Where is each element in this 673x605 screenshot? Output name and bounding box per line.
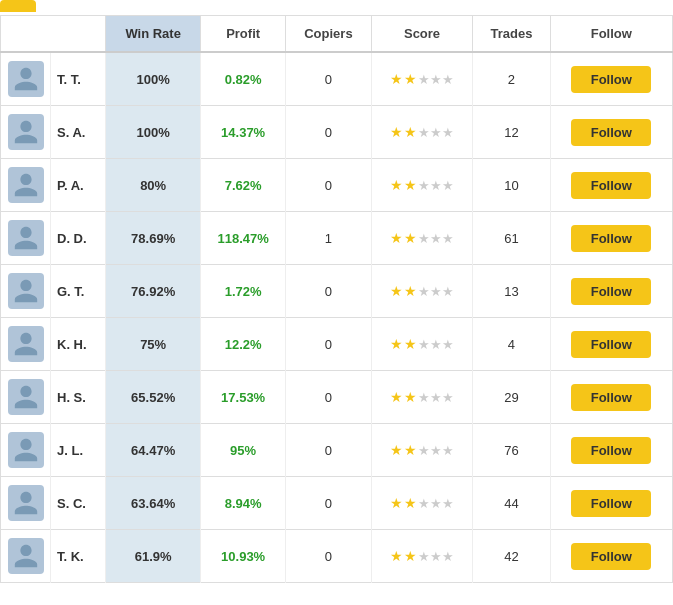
avatar-cell bbox=[1, 159, 51, 212]
star-filled: ★ bbox=[390, 336, 404, 352]
star-filled: ★ bbox=[390, 495, 404, 511]
star-empty: ★ bbox=[430, 337, 442, 352]
trades: 76 bbox=[473, 424, 550, 477]
star-filled: ★ bbox=[404, 283, 418, 299]
star-filled: ★ bbox=[404, 124, 418, 140]
star-empty: ★ bbox=[442, 496, 454, 511]
star-empty: ★ bbox=[442, 549, 454, 564]
avatar bbox=[8, 379, 44, 415]
table-row: P. A.80%7.62%0★★★★★10Follow bbox=[1, 159, 673, 212]
win-rate: 75% bbox=[106, 318, 201, 371]
star-empty: ★ bbox=[442, 125, 454, 140]
header-copiers: Copiers bbox=[285, 16, 371, 53]
star-filled: ★ bbox=[404, 495, 418, 511]
follow-button[interactable]: Follow bbox=[571, 384, 651, 411]
follow-button[interactable]: Follow bbox=[571, 543, 651, 570]
star-empty: ★ bbox=[442, 337, 454, 352]
profit-value: 0.82% bbox=[225, 72, 262, 87]
trader-name: T. T. bbox=[51, 52, 106, 106]
trades: 10 bbox=[473, 159, 550, 212]
star-empty: ★ bbox=[418, 337, 430, 352]
follow-button[interactable]: Follow bbox=[571, 172, 651, 199]
score: ★★★★★ bbox=[371, 106, 472, 159]
header-follow: Follow bbox=[550, 16, 672, 53]
star-empty: ★ bbox=[430, 231, 442, 246]
follow-cell: Follow bbox=[550, 477, 672, 530]
star-filled: ★ bbox=[404, 230, 418, 246]
avatar bbox=[8, 485, 44, 521]
star-filled: ★ bbox=[404, 548, 418, 564]
star-filled: ★ bbox=[390, 442, 404, 458]
profit-value: 7.62% bbox=[225, 178, 262, 193]
trades: 61 bbox=[473, 212, 550, 265]
avatar bbox=[8, 432, 44, 468]
star-filled: ★ bbox=[390, 71, 404, 87]
trader-name: P. A. bbox=[51, 159, 106, 212]
copiers: 0 bbox=[285, 424, 371, 477]
trader-name: T. K. bbox=[51, 530, 106, 583]
copiers: 1 bbox=[285, 212, 371, 265]
score: ★★★★★ bbox=[371, 424, 472, 477]
follow-button[interactable]: Follow bbox=[571, 225, 651, 252]
trades: 29 bbox=[473, 371, 550, 424]
star-empty: ★ bbox=[418, 496, 430, 511]
score: ★★★★★ bbox=[371, 371, 472, 424]
win-rate: 76.92% bbox=[106, 265, 201, 318]
trades: 42 bbox=[473, 530, 550, 583]
avatar-cell bbox=[1, 52, 51, 106]
profit: 7.62% bbox=[201, 159, 286, 212]
follow-button[interactable]: Follow bbox=[571, 119, 651, 146]
star-empty: ★ bbox=[430, 125, 442, 140]
score: ★★★★★ bbox=[371, 318, 472, 371]
user-icon bbox=[12, 436, 40, 464]
header-trades: Trades bbox=[473, 16, 550, 53]
score: ★★★★★ bbox=[371, 159, 472, 212]
follow-button[interactable]: Follow bbox=[571, 437, 651, 464]
star-empty: ★ bbox=[430, 390, 442, 405]
table-body: T. T.100%0.82%0★★★★★2Follow S. A.100%14.… bbox=[1, 52, 673, 583]
avatar bbox=[8, 220, 44, 256]
star-empty: ★ bbox=[418, 284, 430, 299]
profit-value: 118.47% bbox=[217, 231, 268, 246]
trades: 4 bbox=[473, 318, 550, 371]
score: ★★★★★ bbox=[371, 477, 472, 530]
user-icon bbox=[12, 118, 40, 146]
copiers: 0 bbox=[285, 530, 371, 583]
user-icon bbox=[12, 383, 40, 411]
profit-value: 95% bbox=[230, 443, 256, 458]
follow-button[interactable]: Follow bbox=[571, 331, 651, 358]
follow-cell: Follow bbox=[550, 424, 672, 477]
copiers: 0 bbox=[285, 318, 371, 371]
avatar-cell bbox=[1, 318, 51, 371]
table-row: K. H.75%12.2%0★★★★★4Follow bbox=[1, 318, 673, 371]
follow-button[interactable]: Follow bbox=[571, 66, 651, 93]
avatar bbox=[8, 538, 44, 574]
follow-cell: Follow bbox=[550, 212, 672, 265]
user-icon bbox=[12, 224, 40, 252]
star-empty: ★ bbox=[442, 231, 454, 246]
user-icon bbox=[12, 542, 40, 570]
copiers: 0 bbox=[285, 106, 371, 159]
copiers: 0 bbox=[285, 265, 371, 318]
score: ★★★★★ bbox=[371, 52, 472, 106]
user-icon bbox=[12, 171, 40, 199]
star-empty: ★ bbox=[430, 284, 442, 299]
profit-value: 1.72% bbox=[225, 284, 262, 299]
follow-cell: Follow bbox=[550, 371, 672, 424]
star-empty: ★ bbox=[442, 390, 454, 405]
follow-button[interactable]: Follow bbox=[571, 278, 651, 305]
follow-cell: Follow bbox=[550, 106, 672, 159]
win-rate: 61.9% bbox=[106, 530, 201, 583]
star-empty: ★ bbox=[430, 443, 442, 458]
traders-title bbox=[0, 0, 36, 12]
header-empty bbox=[1, 16, 106, 53]
win-rate: 64.47% bbox=[106, 424, 201, 477]
star-empty: ★ bbox=[442, 284, 454, 299]
star-filled: ★ bbox=[390, 548, 404, 564]
follow-cell: Follow bbox=[550, 52, 672, 106]
trades: 13 bbox=[473, 265, 550, 318]
follow-cell: Follow bbox=[550, 530, 672, 583]
table-row: D. D.78.69%118.47%1★★★★★61Follow bbox=[1, 212, 673, 265]
follow-button[interactable]: Follow bbox=[571, 490, 651, 517]
table-row: T. T.100%0.82%0★★★★★2Follow bbox=[1, 52, 673, 106]
